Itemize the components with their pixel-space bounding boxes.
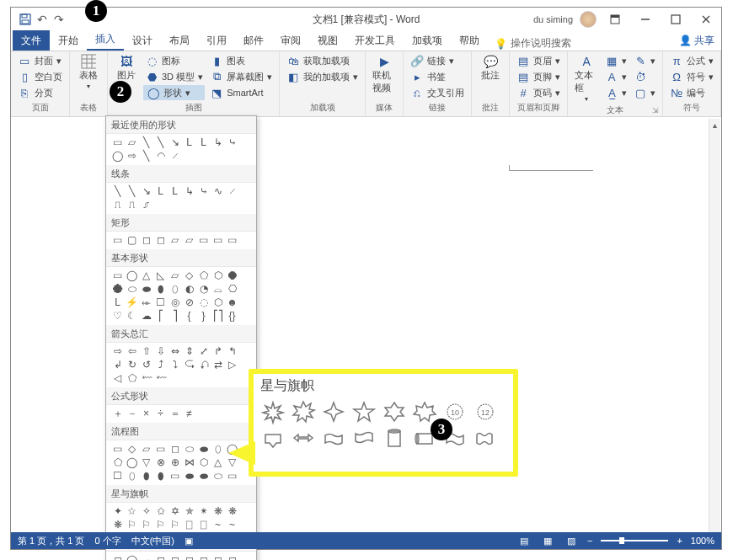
status-record-icon[interactable]: ▣: [185, 536, 193, 547]
shape-item[interactable]: ↱: [211, 345, 224, 357]
cross-ref-button[interactable]: ⎌交叉引用: [409, 85, 466, 100]
redo-icon[interactable]: ↷: [51, 12, 67, 27]
shape-item[interactable]: ◯: [126, 456, 138, 468]
shape-item[interactable]: {}: [226, 310, 238, 322]
shape-item[interactable]: ◁: [111, 372, 124, 384]
shape-item[interactable]: ☐: [111, 470, 124, 482]
shape-item[interactable]: ↳: [211, 136, 224, 148]
shape-item[interactable]: ⇨: [111, 345, 124, 357]
symbol-button[interactable]: Ω符号▾: [668, 69, 715, 84]
shape-item[interactable]: ▭: [226, 470, 238, 482]
shape-item[interactable]: ✯: [183, 505, 195, 517]
shape-item[interactable]: ⬠: [111, 456, 124, 468]
shape-item[interactable]: ⬠: [197, 269, 210, 281]
equation-button[interactable]: π公式▾: [668, 53, 715, 68]
shape-item[interactable]: ⊘: [183, 296, 195, 308]
shape-item[interactable]: ❋: [111, 519, 124, 531]
shape-item[interactable]: ◔: [197, 283, 210, 295]
shape-item[interactable]: ⬮: [154, 470, 167, 482]
chart-button[interactable]: ▮图表: [208, 53, 274, 68]
shape-item[interactable]: ↳: [183, 185, 195, 197]
shape-item[interactable]: ◻: [197, 554, 210, 560]
status-language[interactable]: 中文(中国): [131, 535, 174, 547]
shape-item[interactable]: ⬡: [211, 296, 224, 308]
shape-item[interactable]: ×: [140, 408, 152, 419]
get-addins-button[interactable]: 🛍获取加载项: [285, 53, 360, 68]
shape-item[interactable]: ◌: [197, 296, 210, 308]
shape-item[interactable]: ⬡: [197, 456, 210, 468]
shape-item[interactable]: L: [154, 185, 167, 197]
shape-item[interactable]: ◻: [211, 554, 224, 560]
shape-item[interactable]: ◎: [169, 296, 181, 308]
shape-item[interactable]: ✴: [197, 505, 210, 517]
tab-mailings[interactable]: 邮件: [235, 30, 272, 51]
shapes-button[interactable]: ◯形状▾: [143, 85, 205, 100]
shape-item[interactable]: ╲: [154, 136, 167, 148]
shape-item[interactable]: ⚐: [126, 519, 138, 531]
shape-item[interactable]: ✩: [154, 505, 167, 517]
shape-item[interactable]: ◺: [154, 269, 167, 281]
tell-me[interactable]: 💡操作说明搜索: [495, 36, 571, 51]
shape-item[interactable]: ◇: [183, 269, 195, 281]
shape-item[interactable]: ⇔: [169, 345, 181, 357]
shape-item[interactable]: ⬮: [140, 470, 152, 482]
shape-item[interactable]: ◻: [226, 554, 238, 560]
footer-button[interactable]: ▤页脚▾: [515, 69, 562, 84]
page-number-button[interactable]: #页码▾: [515, 85, 562, 100]
shape-item[interactable]: ⤷: [197, 185, 210, 197]
shape-item[interactable]: △: [140, 269, 152, 281]
minimize-icon[interactable]: [634, 10, 657, 29]
shape-item[interactable]: L: [183, 136, 195, 148]
shape-item[interactable]: ⬡: [211, 269, 224, 281]
screenshot-button[interactable]: ⧉屏幕截图▾: [208, 69, 274, 84]
page-break-button[interactable]: ⎘分页: [16, 85, 64, 100]
shape-item[interactable]: L: [111, 296, 124, 308]
shape-item[interactable]: ╲: [140, 136, 152, 148]
shape-item[interactable]: ☁: [140, 310, 152, 322]
ribbon-down-icon[interactable]: [260, 427, 286, 451]
shape-item[interactable]: ✧: [140, 505, 152, 517]
share-button[interactable]: 👤 共享: [679, 34, 714, 48]
object-button[interactable]: ▢▾: [632, 85, 657, 100]
tab-design[interactable]: 设计: [124, 30, 161, 51]
shape-item[interactable]: ⮏: [197, 359, 210, 371]
shape-item[interactable]: ◯: [111, 150, 124, 162]
tab-home[interactable]: 开始: [50, 30, 87, 51]
tab-file[interactable]: 文件: [13, 30, 50, 51]
shape-item[interactable]: ⇄: [211, 359, 224, 371]
date-button[interactable]: ⏱: [632, 69, 657, 84]
shape-item[interactable]: ⚐: [154, 519, 167, 531]
table-button[interactable]: 表格▾: [75, 53, 102, 102]
shape-item[interactable]: ⚐: [169, 519, 181, 531]
dropcap-button[interactable]: A̲▾: [603, 85, 629, 100]
shape-item[interactable]: ▱: [140, 443, 152, 455]
star-6pt-icon[interactable]: [382, 400, 407, 424]
shape-item[interactable]: ▷: [226, 359, 238, 371]
comment-button[interactable]: 💬批注: [477, 53, 504, 102]
shape-item[interactable]: ⎕: [197, 519, 210, 531]
shape-item[interactable]: ♡: [111, 310, 124, 322]
zoom-slider[interactable]: [601, 540, 668, 541]
shape-item[interactable]: ⚡: [126, 296, 138, 308]
shape-item[interactable]: ⬮: [154, 283, 167, 295]
shape-item[interactable]: ⇦: [126, 345, 138, 357]
shape-item[interactable]: ⯄: [111, 283, 124, 295]
shape-item[interactable]: ↰: [226, 345, 238, 357]
shape-item[interactable]: ▽: [140, 456, 152, 468]
shape-item[interactable]: ⟋: [226, 185, 238, 197]
shape-item[interactable]: △: [211, 456, 224, 468]
shape-item[interactable]: Ⅼ: [169, 185, 181, 197]
shape-item[interactable]: ╲: [126, 185, 138, 197]
shape-item[interactable]: ▭: [111, 136, 124, 148]
shape-item[interactable]: ∿: [211, 185, 224, 197]
zoom-in-icon[interactable]: +: [677, 536, 682, 546]
shape-item[interactable]: ＋: [111, 408, 124, 419]
ribbon-curved-up-icon[interactable]: [351, 427, 377, 451]
icons-button[interactable]: ◌图标: [143, 53, 205, 68]
shape-item[interactable]: ◠: [154, 150, 167, 162]
shape-item[interactable]: ⤵: [169, 359, 181, 371]
shape-item[interactable]: ⬭: [183, 443, 195, 455]
shape-item[interactable]: ⎍: [126, 199, 138, 211]
bookmark-button[interactable]: ▸书签: [409, 69, 466, 84]
shape-item[interactable]: ⬬: [140, 283, 152, 295]
